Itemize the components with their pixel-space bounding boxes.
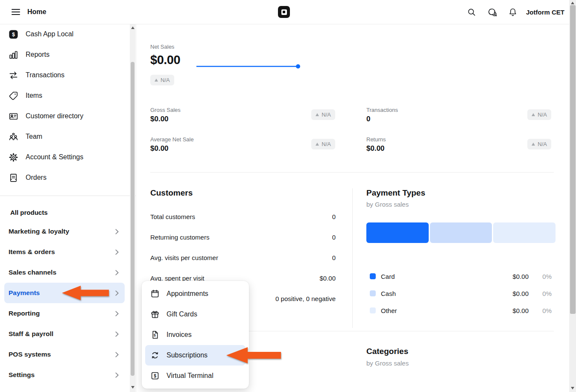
nav-label-active: Payments <box>9 289 40 297</box>
sidebar-item-orders[interactable]: Orders <box>0 167 128 188</box>
metric-value: $0.00 <box>366 144 385 153</box>
gift-icon <box>150 310 160 319</box>
payments-flyout-menu: Appointments Gift Cards $ Invoices Subsc… <box>142 281 249 389</box>
tag-icon <box>9 91 18 101</box>
net-sales-value: $0.00 <box>150 53 180 67</box>
customers-title: Customers <box>150 188 193 198</box>
sidebar-item-settings[interactable]: Settings <box>4 365 125 385</box>
nav-label: Marketing & loyalty <box>9 228 69 235</box>
top-header: Home Jotform CET <box>0 0 569 24</box>
flyout-item-gift-cards[interactable]: Gift Cards <box>145 304 246 325</box>
metric-value: $0.00 <box>150 115 169 123</box>
sidebar-section-label: All products <box>10 209 48 216</box>
bar-segment-card <box>366 222 429 243</box>
notifications-bell-icon[interactable] <box>508 7 518 18</box>
customer-row-value: $0.00 <box>319 275 336 282</box>
sidebar-item-customer-directory[interactable]: Customer directory <box>0 106 128 126</box>
triangle-up-icon <box>316 113 319 116</box>
scroll-up-arrow[interactable] <box>131 26 134 29</box>
legend-swatch-other <box>370 307 376 313</box>
scroll-up-arrow[interactable] <box>571 2 574 4</box>
flyout-label: Invoices <box>167 331 192 339</box>
sidebar: $ Cash App Local Reports Transactions It… <box>0 24 136 392</box>
sidebar-item-label: Team <box>26 133 42 140</box>
bar-chart-icon <box>9 50 18 60</box>
trend-badge: N/A <box>527 109 551 120</box>
trend-text: N/A <box>538 141 547 147</box>
trend-text: N/A <box>322 111 331 118</box>
chevron-right-icon <box>115 331 119 337</box>
sidebar-item-label: Cash App Local <box>26 30 73 38</box>
square-logo-icon[interactable] <box>278 6 290 18</box>
nav-label: POS systems <box>9 351 51 358</box>
metric-label: Average Net Sale <box>150 136 194 143</box>
sidebar-item-label: Reports <box>26 51 50 59</box>
flyout-item-virtual-terminal[interactable]: $ Virtual Terminal <box>145 366 246 386</box>
metric-value: $0.00 <box>150 144 169 153</box>
sidebar-item-items[interactable]: Items <box>0 85 128 106</box>
customer-row-value: 0 <box>332 234 336 241</box>
sidebar-item-account-settings[interactable]: Account & Settings <box>0 147 128 167</box>
legend-label: Cash <box>381 290 396 297</box>
chevron-right-icon <box>115 249 119 255</box>
chevron-right-icon <box>115 352 119 357</box>
net-sales-label: Net Sales <box>150 44 174 50</box>
svg-text:$: $ <box>154 374 156 378</box>
sidebar-item-label: Items <box>26 92 42 99</box>
sidebar-item-items-orders[interactable]: Items & orders <box>4 242 125 262</box>
annotation-arrow-subscriptions <box>226 346 281 364</box>
metric-label: Gross Sales <box>150 107 181 113</box>
nav-label: Settings <box>9 371 35 379</box>
sidebar-item-sales-channels[interactable]: Sales channels <box>4 262 125 283</box>
triangle-up-icon <box>532 143 535 146</box>
customer-row-value: 0 <box>332 213 336 220</box>
sidebar-item-label: Customer directory <box>26 112 83 120</box>
sidebar-item-staff-payroll[interactable]: Staff & payroll <box>4 324 125 344</box>
customer-row-value: 0 <box>332 254 336 261</box>
nav-label: Items & orders <box>9 248 55 256</box>
customer-row-value: 0 positive, 0 negative <box>275 295 336 302</box>
sidebar-item-cash-app-local[interactable]: $ Cash App Local <box>0 24 128 44</box>
annotation-arrow-payments <box>62 285 109 301</box>
sidebar-scrollbar-thumb[interactable] <box>131 62 134 376</box>
flyout-label: Gift Cards <box>167 310 197 318</box>
flyout-item-appointments[interactable]: Appointments <box>145 284 246 304</box>
sidebar-item-team[interactable]: Team <box>0 126 128 147</box>
sidebar-item-label: Account & Settings <box>26 153 83 161</box>
flyout-item-invoices[interactable]: $ Invoices <box>145 325 246 345</box>
sidebar-item-reports[interactable]: Reports <box>0 44 128 65</box>
legend-value: $0.00 <box>512 273 529 280</box>
scroll-down-arrow[interactable] <box>571 387 574 389</box>
trend-badge: N/A <box>527 139 551 149</box>
messages-icon[interactable] <box>487 7 497 18</box>
receipt-icon <box>9 173 18 183</box>
sidebar-scrollbar[interactable] <box>130 24 135 392</box>
search-icon[interactable] <box>467 7 477 18</box>
sidebar-item-transactions[interactable]: Transactions <box>0 65 128 85</box>
customer-row-label: Total customers <box>150 213 195 220</box>
page-scrollbar[interactable] <box>569 0 576 392</box>
payment-types-bar <box>366 222 556 243</box>
chevron-right-icon <box>115 290 119 296</box>
categories-title: Categories <box>366 347 408 356</box>
chevron-right-icon <box>115 229 119 234</box>
sidebar-item-reporting[interactable]: Reporting <box>4 303 125 324</box>
scroll-down-arrow[interactable] <box>131 386 134 389</box>
bar-segment-other <box>493 222 556 243</box>
page-scrollbar-thumb[interactable] <box>570 5 576 314</box>
chevron-right-icon <box>115 372 119 378</box>
arrows-swap-icon <box>9 70 18 80</box>
hamburger-menu-icon[interactable] <box>12 9 20 15</box>
sidebar-item-marketing-loyalty[interactable]: Marketing & loyalty <box>4 221 125 242</box>
trend-text: N/A <box>161 77 170 83</box>
sidebar-item-label: Transactions <box>26 71 64 79</box>
chevron-right-icon <box>115 311 119 316</box>
bar-segment-cash <box>430 222 492 243</box>
column-divider <box>352 188 353 328</box>
sidebar-item-pos-systems[interactable]: POS systems <box>4 344 125 365</box>
account-menu[interactable]: Jotform CET <box>526 9 564 16</box>
cash-app-icon: $ <box>9 29 18 39</box>
categories-subtitle: by Gross sales <box>366 360 409 367</box>
trend-badge: N/A <box>311 139 335 149</box>
net-sales-sparkline <box>196 63 302 70</box>
